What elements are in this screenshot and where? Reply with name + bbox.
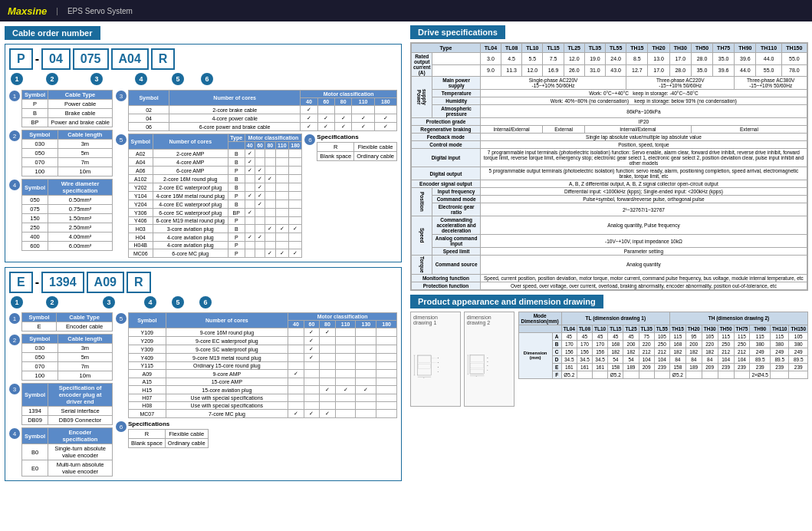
circle-1e: 1 [11, 296, 23, 308]
left-panel: Cable order number P - 04 075 A04 R 1 2 … [0, 21, 406, 486]
seg-1394: 1394 [41, 272, 84, 293]
drive-specs-section: Type TL04 TL08 TL10 TL15 TL25 TL35 TL55 … [410, 42, 808, 291]
logo: Maxsine [8, 5, 47, 17]
num-3-e: 3 [9, 384, 20, 394]
num-5-e: 5 [116, 313, 127, 324]
circle-4e: 4 [144, 296, 156, 308]
circle-6e: 6 [199, 296, 212, 308]
svg-text:B: B [438, 357, 439, 358]
circle-5: 5 [172, 73, 184, 85]
cable-e-section: E - 1394 A09 R 1 2 3 4 5 6 [5, 267, 402, 481]
symbol-cable-type-p: SymbolCable Type PPower cable BBrake cab… [21, 90, 113, 127]
seg-dash-e: - [35, 275, 39, 289]
circle-4: 4 [135, 73, 147, 85]
num-4-p: 4 [9, 180, 20, 190]
svg-rect-17 [470, 363, 483, 368]
seg-r-e: R [127, 272, 151, 293]
specs-table-p: RFlexible cable Blank spaceOrdinary cabl… [317, 142, 397, 161]
svg-text:F: F [438, 370, 439, 371]
drawing-2: dimension drawing 2 C A [464, 312, 514, 407]
appearance-section: dimension drawing 1 C A [410, 312, 808, 407]
seg-a04: A04 [111, 48, 149, 70]
circle-1: 1 [11, 73, 23, 85]
specs-label-p: Specifications [317, 134, 397, 140]
num-2-e: 2 [9, 335, 20, 345]
svg-rect-1 [418, 355, 430, 362]
svg-text:E: E [438, 365, 439, 367]
seg-04: 04 [41, 48, 71, 70]
right-panel: Drive specifications Type TL04 TL08 TL10… [406, 21, 812, 486]
circle-2: 2 [46, 73, 58, 85]
svg-text:E: E [487, 364, 488, 366]
num-3-p: 3 [116, 91, 127, 101]
dimension-table-wrap: ModeDimension(mm) TL (dimension drawing … [518, 312, 808, 407]
svg-text:A: A [476, 375, 478, 377]
core-table-e: Symbol Number of cores Motor classificat… [128, 312, 397, 418]
svg-rect-18 [470, 369, 483, 373]
svg-rect-15 [470, 355, 484, 374]
seg-a09: A09 [87, 272, 124, 293]
symbol-wire-dia: SymbolWire diameter specification 0500.5… [21, 179, 113, 251]
svg-text:F: F [487, 368, 488, 370]
cable-p-section: P - 04 075 A04 R 1 2 3 4 5 6 [5, 44, 402, 262]
appearance-title-bar: Product appearance and dimension drawing [410, 295, 603, 308]
svg-rect-2 [418, 364, 430, 368]
circle-6: 6 [201, 73, 213, 85]
symbol-num-cores-detail-p: Symbol Number of cores Type Motor classi… [128, 134, 302, 258]
num-1-p: 1 [9, 91, 20, 101]
num-4-e: 4 [9, 428, 20, 439]
header-divider: | [56, 7, 58, 15]
drive-main-table: Type TL04 TL08 TL10 TL15 TL25 TL35 TL55 … [411, 43, 807, 290]
drawing-1: dimension drawing 1 C A [410, 312, 461, 407]
circle-5e: 5 [172, 296, 184, 308]
symbol-cable-length-p: SymbolCable length 0303m 0505m 0707m 100… [21, 130, 113, 176]
circle-3e: 3 [103, 296, 115, 308]
specs-label-e: Specifications [128, 421, 209, 427]
drive-spec-title-bar: Drive specifications [410, 25, 505, 39]
seg-r: R [151, 48, 176, 70]
header: Maxsine | EPS Servo System [0, 0, 812, 21]
num-2-p: 2 [9, 130, 20, 141]
num-6-e: 6 [116, 421, 127, 432]
svg-rect-0 [418, 355, 431, 375]
seg-075: 075 [73, 48, 109, 70]
num-5-p: 5 [116, 134, 127, 145]
seg-p: P [9, 48, 33, 70]
symbol-num-cores-p: Symbol Number of cores Motor classificat… [128, 90, 397, 131]
header-subtitle: EPS Servo System [67, 7, 133, 15]
cable-order-title: Cable order number [5, 26, 100, 40]
num-1-e: 1 [9, 313, 20, 324]
svg-text:B: B [487, 356, 488, 358]
seg-e: E [9, 272, 33, 293]
circle-3: 3 [90, 73, 103, 85]
svg-text:D: D [487, 361, 488, 362]
svg-text:A: A [423, 377, 425, 378]
svg-rect-16 [470, 355, 483, 361]
circle-2e: 2 [46, 296, 58, 308]
dimension-table: ModeDimension(mm) TL (dimension drawing … [518, 312, 808, 379]
svg-text:D: D [438, 361, 439, 363]
num-6-p: 6 [304, 134, 315, 145]
seg-dash1: - [35, 52, 39, 66]
